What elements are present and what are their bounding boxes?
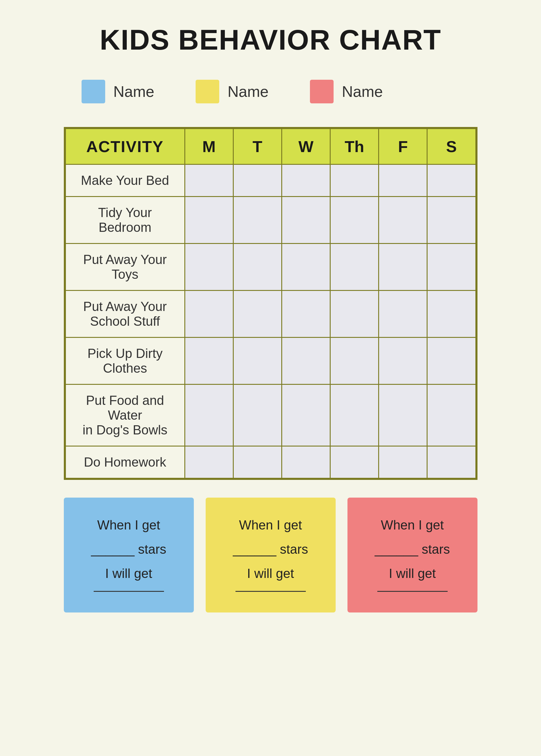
check-cell-4-2[interactable] — [281, 338, 330, 384]
day-header-f: F — [379, 129, 427, 164]
reward-card-yellow: When I get ______ stars I will get — [206, 498, 336, 613]
reward-pink-line — [377, 591, 448, 592]
activity-cell-2: Put Away Your Toys — [65, 244, 185, 291]
legend-label-yellow: Name — [228, 83, 269, 101]
activity-cell-6: Do Homework — [65, 446, 185, 478]
legend-color-yellow — [196, 80, 219, 103]
check-cell-0-0[interactable] — [185, 164, 233, 197]
check-cell-4-5[interactable] — [427, 338, 476, 384]
reward-blue-line2: ______ stars — [91, 540, 166, 559]
check-cell-2-4[interactable] — [379, 244, 427, 291]
reward-pink-line3: I will get — [389, 564, 436, 583]
check-cell-0-4[interactable] — [379, 164, 427, 197]
check-cell-4-1[interactable] — [233, 338, 281, 384]
page-title: KIDS BEHAVIOR CHART — [100, 24, 441, 56]
day-header-w: W — [281, 129, 330, 164]
legend-label-pink: Name — [342, 83, 383, 101]
check-cell-2-3[interactable] — [330, 244, 378, 291]
day-header-s: S — [427, 129, 476, 164]
check-cell-3-4[interactable] — [379, 291, 427, 338]
table-row: Put Away Your Toys — [65, 244, 476, 291]
table-row: Put Away Your School Stuff — [65, 291, 476, 338]
check-cell-6-2[interactable] — [281, 446, 330, 478]
table-row: Put Food and Water in Dog's Bowls — [65, 384, 476, 446]
check-cell-3-5[interactable] — [427, 291, 476, 338]
table-row: Pick Up Dirty Clothes — [65, 338, 476, 384]
legend-item-pink: Name — [310, 80, 383, 103]
reward-pink-line1: When I get — [381, 515, 444, 535]
check-cell-6-0[interactable] — [185, 446, 233, 478]
table-row: Tidy Your Bedroom — [65, 197, 476, 244]
reward-blue-line — [94, 591, 164, 592]
legend-label-blue: Name — [114, 83, 155, 101]
reward-blue-line1: When I get — [97, 515, 160, 535]
activity-cell-5: Put Food and Water in Dog's Bowls — [65, 384, 185, 446]
check-cell-2-0[interactable] — [185, 244, 233, 291]
check-cell-1-5[interactable] — [427, 197, 476, 244]
check-cell-2-5[interactable] — [427, 244, 476, 291]
page-container: KIDS BEHAVIOR CHART Name Name Name ACTIV… — [64, 24, 477, 613]
check-cell-6-1[interactable] — [233, 446, 281, 478]
legend-color-pink — [310, 80, 333, 103]
activity-cell-1: Tidy Your Bedroom — [65, 197, 185, 244]
check-cell-1-2[interactable] — [281, 197, 330, 244]
day-header-t: T — [233, 129, 281, 164]
check-cell-5-5[interactable] — [427, 384, 476, 446]
activity-header: ACTIVITY — [65, 129, 185, 164]
check-cell-6-5[interactable] — [427, 446, 476, 478]
check-cell-5-2[interactable] — [281, 384, 330, 446]
check-cell-5-4[interactable] — [379, 384, 427, 446]
legend-item-blue: Name — [82, 80, 155, 103]
activity-cell-3: Put Away Your School Stuff — [65, 291, 185, 338]
reward-card-blue: When I get ______ stars I will get — [64, 498, 194, 613]
reward-yellow-line1: When I get — [239, 515, 302, 535]
reward-yellow-line2: ______ stars — [233, 540, 308, 559]
check-cell-3-3[interactable] — [330, 291, 378, 338]
check-cell-1-4[interactable] — [379, 197, 427, 244]
check-cell-4-4[interactable] — [379, 338, 427, 384]
reward-pink-line2: ______ stars — [375, 540, 450, 559]
check-cell-0-1[interactable] — [233, 164, 281, 197]
check-cell-3-0[interactable] — [185, 291, 233, 338]
reward-card-pink: When I get ______ stars I will get — [347, 498, 477, 613]
legend-row: Name Name Name — [64, 80, 477, 103]
check-cell-3-2[interactable] — [281, 291, 330, 338]
legend-color-blue — [82, 80, 105, 103]
check-cell-5-0[interactable] — [185, 384, 233, 446]
check-cell-2-1[interactable] — [233, 244, 281, 291]
behavior-table: ACTIVITY M T W Th F S Make Your BedTidy … — [65, 128, 476, 479]
check-cell-4-3[interactable] — [330, 338, 378, 384]
check-cell-0-3[interactable] — [330, 164, 378, 197]
day-header-th: Th — [330, 129, 378, 164]
table-header-row: ACTIVITY M T W Th F S — [65, 129, 476, 164]
reward-yellow-line — [236, 591, 306, 592]
check-cell-5-1[interactable] — [233, 384, 281, 446]
reward-blue-line3: I will get — [105, 564, 152, 583]
check-cell-4-0[interactable] — [185, 338, 233, 384]
check-cell-5-3[interactable] — [330, 384, 378, 446]
check-cell-2-2[interactable] — [281, 244, 330, 291]
check-cell-0-5[interactable] — [427, 164, 476, 197]
check-cell-3-1[interactable] — [233, 291, 281, 338]
behavior-table-wrapper: ACTIVITY M T W Th F S Make Your BedTidy … — [64, 127, 477, 480]
check-cell-6-4[interactable] — [379, 446, 427, 478]
table-row: Do Homework — [65, 446, 476, 478]
table-row: Make Your Bed — [65, 164, 476, 197]
activity-cell-4: Pick Up Dirty Clothes — [65, 338, 185, 384]
activity-cell-0: Make Your Bed — [65, 164, 185, 197]
check-cell-1-3[interactable] — [330, 197, 378, 244]
legend-item-yellow: Name — [196, 80, 269, 103]
check-cell-1-1[interactable] — [233, 197, 281, 244]
check-cell-1-0[interactable] — [185, 197, 233, 244]
reward-row: When I get ______ stars I will get When … — [64, 498, 477, 613]
reward-yellow-line3: I will get — [247, 564, 294, 583]
check-cell-6-3[interactable] — [330, 446, 378, 478]
day-header-m: M — [185, 129, 233, 164]
check-cell-0-2[interactable] — [281, 164, 330, 197]
